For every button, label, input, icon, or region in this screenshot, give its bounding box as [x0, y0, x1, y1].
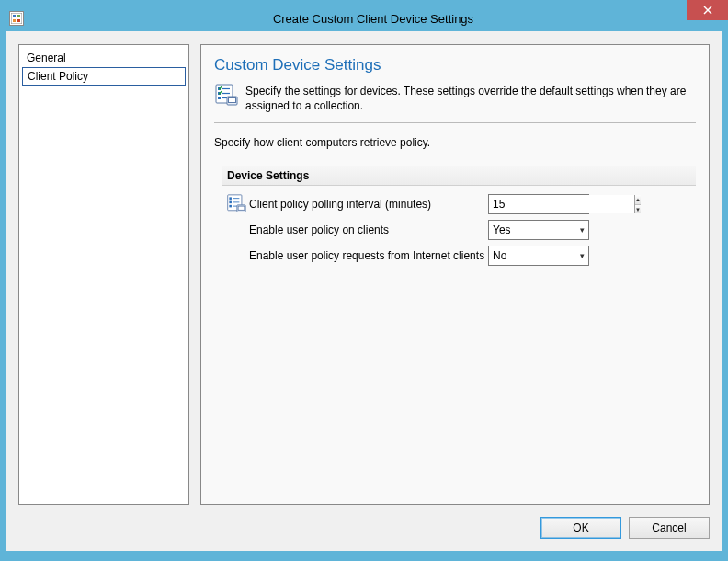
sidebar: General Client Policy	[18, 44, 189, 505]
setting-label: Enable user policy on clients	[249, 223, 488, 236]
ok-button[interactable]: OK	[540, 517, 621, 539]
sidebar-item-general[interactable]: General	[19, 49, 188, 67]
setting-label: Client policy polling interval (minutes)	[249, 198, 488, 211]
setting-label: Enable user policy requests from Interne…	[249, 249, 488, 262]
page-heading: Custom Device Settings	[214, 56, 696, 74]
section-header: Device Settings	[222, 166, 696, 186]
enable-user-policy-select[interactable]: Yes ▾	[488, 220, 589, 240]
setting-row-enable-internet-policy: Enable user policy requests from Interne…	[222, 243, 696, 269]
chevron-down-icon: ▾	[580, 251, 585, 260]
polling-interval-spinner[interactable]: ▲ ▼	[488, 194, 589, 214]
settings-list-icon	[214, 84, 238, 108]
select-value: Yes	[493, 223, 511, 236]
chevron-down-icon: ▾	[580, 225, 585, 235]
close-button[interactable]	[687, 0, 728, 20]
settings-list-icon	[223, 194, 249, 214]
main-panel: Custom Device Settings	[200, 44, 710, 505]
spinner-up-button[interactable]: ▲	[635, 195, 641, 205]
svg-rect-12	[218, 97, 221, 99]
divider	[214, 122, 696, 123]
window-title: Create Custom Client Device Settings	[24, 12, 722, 26]
description-row: Specify the settings for devices. These …	[214, 84, 696, 113]
spinner-down-button[interactable]: ▼	[635, 205, 641, 214]
svg-rect-3	[13, 19, 16, 22]
enable-internet-policy-select[interactable]: No ▾	[488, 246, 589, 266]
app-icon	[9, 11, 24, 26]
svg-rect-24	[238, 206, 245, 210]
instruction-text: Specify how client computers retrieve po…	[214, 136, 696, 149]
svg-rect-21	[229, 205, 232, 208]
dialog-footer: OK Cancel	[18, 505, 710, 542]
svg-rect-17	[229, 198, 232, 200]
dialog-window: Create Custom Client Device Settings Gen…	[0, 0, 728, 561]
svg-rect-1	[13, 15, 16, 17]
svg-rect-19	[229, 201, 232, 204]
sidebar-item-label: General	[27, 52, 66, 64]
svg-rect-15	[229, 98, 236, 103]
device-settings-section: Device Settings Cl	[222, 166, 696, 269]
sidebar-item-client-policy[interactable]: Client Policy	[22, 67, 186, 86]
titlebar[interactable]: Create Custom Client Device Settings	[6, 6, 722, 31]
polling-interval-input[interactable]	[489, 195, 634, 213]
cancel-button[interactable]: Cancel	[629, 517, 710, 539]
setting-row-polling-interval: Client policy polling interval (minutes)…	[222, 191, 696, 217]
setting-row-enable-user-policy: Enable user policy on clients Yes ▾	[222, 217, 696, 243]
panels: General Client Policy Custom Device Sett…	[18, 44, 710, 505]
description-text: Specify the settings for devices. These …	[245, 84, 696, 113]
select-value: No	[493, 249, 506, 262]
dialog-body: General Client Policy Custom Device Sett…	[6, 31, 722, 551]
sidebar-item-label: Client Policy	[28, 70, 88, 83]
svg-rect-0	[11, 13, 22, 24]
button-label: Cancel	[652, 521, 686, 534]
svg-rect-2	[17, 15, 20, 17]
button-label: OK	[573, 521, 588, 534]
svg-rect-4	[17, 19, 20, 22]
